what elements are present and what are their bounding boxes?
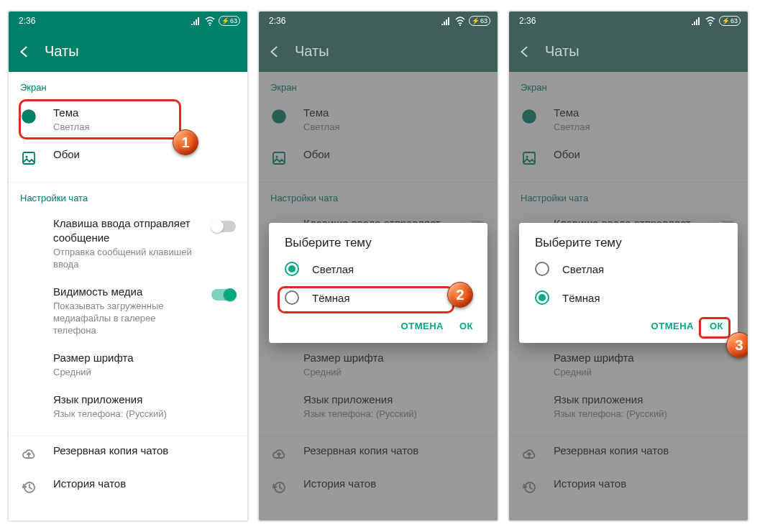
wallpaper-icon bbox=[271, 150, 287, 166]
history-icon bbox=[271, 480, 287, 495]
row-applang[interactable]: Язык приложенияЯзык телефона: (Русский) bbox=[259, 385, 498, 427]
section-screen: Экран bbox=[509, 72, 748, 98]
screen-2: 2:36 ⚡63 Чаты Экран ТемаСветлая Обои Нас… bbox=[257, 10, 499, 522]
app-bar: Чаты bbox=[509, 30, 748, 72]
history-icon bbox=[521, 480, 537, 495]
status-time: 2:36 bbox=[19, 16, 35, 26]
radio-light-button[interactable] bbox=[285, 262, 299, 276]
row-wallpaper[interactable]: Обои bbox=[509, 140, 748, 173]
row-wallpaper[interactable]: Обои bbox=[9, 140, 247, 173]
row-wallpaper[interactable]: Обои bbox=[259, 140, 498, 173]
dialog-ok[interactable]: ОК bbox=[459, 321, 473, 331]
switch-media[interactable] bbox=[211, 289, 236, 301]
status-bar: 2:36 ⚡63 bbox=[509, 12, 748, 30]
step-3-badge: 3 bbox=[726, 332, 749, 358]
section-chat: Настройки чата bbox=[9, 183, 247, 209]
row-backup-title: Резервная копия чатов bbox=[53, 444, 236, 458]
radio-light-button[interactable] bbox=[535, 262, 549, 276]
theme-dialog: Выберите тему Светлая Тёмная ОТМЕНА ОК bbox=[519, 223, 738, 343]
row-fontsize[interactable]: Размер шрифтаСредний bbox=[259, 344, 498, 385]
row-applang[interactable]: Язык приложенияЯзык телефона: (Русский) bbox=[509, 385, 748, 427]
radio-light[interactable]: Светлая bbox=[269, 254, 487, 283]
step-2-badge: 2 bbox=[447, 282, 473, 308]
signal-icon bbox=[440, 15, 452, 27]
battery-indicator: ⚡63 bbox=[469, 16, 490, 26]
row-theme[interactable]: ТемаСветлая bbox=[509, 98, 748, 140]
row-history[interactable]: История чатов bbox=[9, 469, 247, 503]
row-wallpaper-title: Обои bbox=[53, 147, 236, 162]
row-enterkey[interactable]: Клавиша ввода отправляет сообщение Отпра… bbox=[9, 209, 247, 278]
row-media-title: Видимость медиа bbox=[53, 285, 196, 299]
section-screen: Экран bbox=[259, 72, 498, 98]
highlight-theme bbox=[19, 99, 181, 139]
row-applang-title: Язык приложения bbox=[53, 393, 236, 407]
app-bar: Чаты bbox=[9, 30, 247, 72]
wallpaper-icon bbox=[21, 150, 37, 166]
row-backup[interactable]: Резервная копия чатов bbox=[509, 436, 748, 469]
row-media-sub: Показывать загруженные медиафайлы в гале… bbox=[53, 300, 196, 336]
wallpaper-icon bbox=[521, 150, 537, 166]
row-enterkey-title: Клавиша ввода отправляет сообщение bbox=[53, 216, 196, 245]
back-icon[interactable] bbox=[17, 45, 30, 58]
switch-enterkey[interactable] bbox=[211, 221, 236, 232]
row-history-title: История чатов bbox=[53, 477, 236, 491]
radio-light-label: Светлая bbox=[312, 263, 354, 275]
row-theme[interactable]: ТемаСветлая bbox=[259, 98, 498, 140]
radio-dark[interactable]: Тёмная bbox=[519, 283, 738, 312]
signal-icon bbox=[690, 15, 702, 27]
radio-dark-label: Тёмная bbox=[562, 292, 600, 304]
section-chat: Настройки чата bbox=[509, 183, 748, 209]
theme-icon bbox=[521, 109, 537, 124]
row-history[interactable]: История чатов bbox=[259, 469, 498, 503]
cloud-icon bbox=[21, 446, 37, 462]
dialog-title: Выберите тему bbox=[269, 236, 487, 254]
row-history[interactable]: История чатов bbox=[509, 469, 748, 503]
dialog-title: Выберите тему bbox=[519, 236, 738, 254]
appbar-title: Чаты bbox=[295, 43, 329, 60]
step-1-badge: 1 bbox=[173, 129, 198, 155]
row-fontsize[interactable]: Размер шрифтаСредний bbox=[509, 344, 748, 385]
wifi-icon bbox=[454, 15, 466, 27]
row-fontsize[interactable]: Размер шрифта Средний bbox=[9, 344, 247, 385]
dialog-cancel[interactable]: ОТМЕНА bbox=[401, 321, 444, 331]
row-backup[interactable]: Резервная копия чатов bbox=[9, 436, 247, 469]
battery-indicator: ⚡63 bbox=[219, 16, 240, 26]
theme-icon bbox=[271, 109, 287, 124]
back-icon[interactable] bbox=[518, 45, 531, 58]
radio-light[interactable]: Светлая bbox=[519, 254, 738, 283]
row-enterkey-sub: Отправка сообщений клавишей ввода bbox=[53, 246, 196, 270]
appbar-title: Чаты bbox=[545, 43, 580, 60]
status-bar: 2:36 ⚡63 bbox=[9, 12, 247, 30]
row-media[interactable]: Видимость медиа Показывать загруженные м… bbox=[9, 278, 247, 344]
wifi-icon bbox=[204, 15, 216, 27]
status-time: 2:36 bbox=[519, 16, 536, 26]
wifi-icon bbox=[705, 15, 716, 27]
history-icon bbox=[21, 480, 37, 495]
screen-1: 2:36 ⚡63 Чаты Экран Тема Светлая Обои На… bbox=[7, 10, 249, 522]
highlight-dark-option bbox=[278, 286, 454, 313]
back-icon[interactable] bbox=[267, 45, 280, 58]
cloud-icon bbox=[521, 446, 537, 462]
section-chat: Настройки чата bbox=[259, 183, 498, 209]
app-bar: Чаты bbox=[259, 30, 498, 72]
row-applang[interactable]: Язык приложения Язык телефона: (Русский) bbox=[9, 385, 247, 427]
radio-dark-button[interactable] bbox=[535, 290, 549, 305]
settings-content: Экран Тема Светлая Обои Настройки чата К… bbox=[9, 72, 247, 520]
row-backup[interactable]: Резервная копия чатов bbox=[259, 436, 498, 469]
screen-3: 2:36 ⚡63 Чаты Экран ТемаСветлая Обои Нас… bbox=[508, 10, 749, 522]
status-bar: 2:36 ⚡63 bbox=[259, 12, 498, 30]
cloud-icon bbox=[271, 446, 287, 462]
row-fontsize-sub: Средний bbox=[53, 366, 236, 378]
section-screen: Экран bbox=[9, 72, 247, 98]
radio-light-label: Светлая bbox=[562, 263, 604, 275]
dialog-cancel[interactable]: ОТМЕНА bbox=[651, 321, 694, 331]
highlight-ok bbox=[699, 317, 730, 339]
battery-indicator: ⚡63 bbox=[719, 16, 741, 26]
status-time: 2:36 bbox=[269, 16, 285, 26]
signal-icon bbox=[190, 15, 201, 27]
row-fontsize-title: Размер шрифта bbox=[53, 351, 236, 365]
appbar-title: Чаты bbox=[45, 43, 79, 60]
row-applang-sub: Язык телефона: (Русский) bbox=[53, 408, 236, 420]
